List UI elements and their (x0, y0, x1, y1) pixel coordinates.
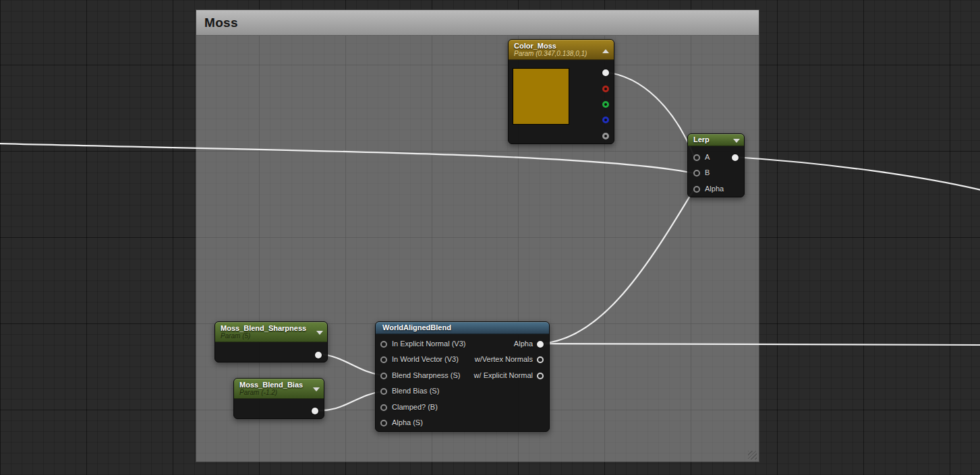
pin-label-out-alpha: Alpha (514, 340, 533, 348)
pin-label-alpha: Alpha (705, 185, 724, 193)
node-header[interactable]: Moss_Blend_Bias Param (-1.2) (234, 379, 324, 399)
node-subtitle: Param (-1.2) (239, 389, 310, 396)
pin-input-in-explicit-normal[interactable] (380, 341, 387, 348)
pin-label-alpha: Alpha (S) (392, 418, 423, 426)
node-moss-blend-bias[interactable]: Moss_Blend_Bias Param (-1.2) (233, 378, 324, 419)
pin-input-alpha[interactable] (380, 420, 387, 426)
pin-output-alpha[interactable] (537, 341, 544, 348)
node-lerp[interactable]: Lerp A B Alpha (687, 133, 745, 197)
pin-input-blend-bias[interactable] (380, 388, 387, 395)
pin-input-clamped[interactable] (380, 404, 387, 411)
node-moss-blend-sharpness[interactable]: Moss_Blend_Sharpness Param (5) (214, 321, 328, 362)
pin-output-a[interactable] (602, 133, 609, 139)
dropdown-arrow-icon[interactable] (316, 331, 323, 335)
pin-input-b[interactable] (693, 170, 700, 177)
pin-output-rgba[interactable] (602, 69, 609, 76)
collapse-arrow-icon[interactable] (602, 49, 609, 53)
pin-output[interactable] (315, 352, 322, 358)
pin-input-in-world-vector[interactable] (380, 356, 387, 363)
dropdown-arrow-icon[interactable] (733, 139, 740, 143)
node-header[interactable]: WorldAlignedBlend (376, 322, 549, 334)
resize-handle[interactable] (748, 451, 757, 460)
pin-output-vertex-normals[interactable] (537, 356, 544, 363)
node-subtitle: Param (5) (221, 332, 314, 340)
node-header[interactable]: Lerp (688, 134, 744, 146)
node-header[interactable]: Moss_Blend_Sharpness Param (5) (215, 322, 327, 342)
node-title: WorldAlignedBlend (382, 323, 544, 331)
pin-output-g[interactable] (602, 101, 609, 108)
pin-label-out-explicit-normal: w/ Explicit Normal (474, 371, 533, 379)
pin-label-in-explicit-normal: In Explicit Normal (V3) (392, 340, 465, 348)
node-subtitle: Param (0.347,0.138,0,1) (514, 50, 600, 57)
pin-label-a: A (705, 153, 710, 161)
pin-label-blend-sharpness: Blend Sharpness (S) (392, 371, 461, 379)
pin-output[interactable] (312, 408, 318, 414)
color-swatch[interactable] (513, 68, 569, 125)
comment-header[interactable]: Moss (196, 10, 759, 36)
wire-lerp-out-to-offscreen-right[interactable] (734, 157, 980, 191)
comment-title: Moss (204, 15, 238, 30)
material-graph-canvas[interactable]: Moss Color_Moss Param (0.347,0.138,0,1) … (0, 0, 980, 475)
node-color-moss[interactable]: Color_Moss Param (0.347,0.138,0,1) (508, 39, 614, 144)
node-world-aligned-blend[interactable]: WorldAlignedBlend In Explicit Normal (V3… (375, 321, 550, 432)
pin-input-blend-sharpness[interactable] (380, 373, 387, 379)
pin-output[interactable] (732, 154, 739, 161)
pin-output-explicit-normal[interactable] (537, 373, 544, 379)
pin-label-blend-bias: Blend Bias (S) (392, 387, 439, 395)
node-header[interactable]: Color_Moss Param (0.347,0.138,0,1) (509, 40, 614, 60)
node-title: Lerp (693, 135, 730, 144)
pin-input-alpha[interactable] (693, 186, 700, 193)
pin-output-r[interactable] (602, 86, 609, 92)
dropdown-arrow-icon[interactable] (313, 387, 320, 391)
pin-label-clamped: Clamped? (B) (392, 403, 438, 411)
pin-input-a[interactable] (693, 154, 700, 161)
node-title: Moss_Blend_Bias (239, 381, 310, 389)
node-title: Moss_Blend_Sharpness (221, 324, 314, 332)
pin-output-b[interactable] (602, 117, 609, 123)
pin-label-b: B (705, 168, 710, 177)
node-title: Color_Moss (514, 42, 600, 50)
pin-label-out-vertex-normals: w/Vertex Normals (475, 355, 533, 363)
pin-label-in-world-vector: In World Vector (V3) (392, 355, 459, 363)
